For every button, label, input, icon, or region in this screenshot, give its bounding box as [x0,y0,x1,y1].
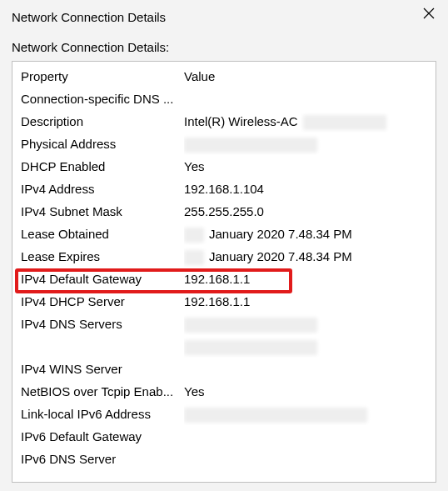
value-text: 255.255.255.0 [184,204,264,218]
value-cell [184,403,429,425]
details-subtitle: Network Connection Details: [0,33,448,58]
value-cell [184,133,429,155]
value-text: 192.168.1.1 [184,272,250,286]
redacted-segment [184,318,317,333]
property-cell: Description [19,110,184,133]
value-text: Yes [184,384,204,398]
property-cell: IPv4 WINS Server [19,358,184,380]
redacted-segment [184,250,204,265]
table-row: IPv6 Default Gateway [19,425,429,448]
value-cell: 255.255.255.0 [184,200,429,223]
table-row: NetBIOS over Tcpip Enab...Yes [19,380,429,403]
table-row: DescriptionIntel(R) Wireless-AC [19,110,429,133]
value-cell: January 2020 7.48.34 PM [184,223,429,245]
table-row: IPv4 Default Gateway192.168.1.1 [19,268,429,290]
property-cell: IPv4 Address [19,178,184,200]
property-cell: Link-local IPv6 Address [19,403,184,425]
property-cell: IPv6 Default Gateway [19,425,184,448]
table-row: IPv6 DNS Server [19,448,429,470]
table-row: IPv4 DHCP Server192.168.1.1 [19,290,429,313]
property-cell: IPv4 DNS Servers [19,313,184,335]
property-cell: Physical Address [19,133,184,155]
value-text: Yes [184,159,204,173]
value-text: 192.168.1.104 [184,182,264,196]
property-cell: IPv4 Subnet Mask [19,200,184,223]
property-cell: Lease Obtained [19,223,184,245]
column-header-property: Property [19,65,184,88]
table-row: Connection-specific DNS ... [19,88,429,110]
table-row: IPv4 Address192.168.1.104 [19,178,429,200]
value-text: January 2020 7.48.34 PM [209,249,352,263]
value-cell: Intel(R) Wireless-AC [184,110,429,133]
column-header-row: Property Value [19,65,429,88]
property-cell: Lease Expires [19,245,184,268]
table-row: Link-local IPv6 Address [19,403,429,425]
table-row: Lease ObtainedJanuary 2020 7.48.34 PM [19,223,429,245]
value-cell: 192.168.1.1 [184,268,429,290]
property-cell: IPv6 DNS Server [19,448,184,470]
table-row: IPv4 Subnet Mask255.255.255.0 [19,200,429,223]
close-icon [423,8,435,19]
table-row [19,335,429,358]
table-row: IPv4 WINS Server [19,358,429,380]
property-cell: IPv4 DHCP Server [19,290,184,313]
window-title: Network Connection Details [12,10,166,24]
redacted-segment [184,138,317,153]
value-text: January 2020 7.48.34 PM [209,227,352,241]
redacted-segment [184,228,204,243]
redacted-segment [303,115,386,130]
property-cell: DHCP Enabled [19,155,184,178]
details-panel: Property Value Connection-specific DNS .… [12,61,436,483]
value-text: Intel(R) Wireless-AC [184,114,298,128]
value-text: 192.168.1.1 [184,294,250,308]
property-cell: Connection-specific DNS ... [19,88,184,110]
value-cell [184,313,429,335]
titlebar: Network Connection Details [0,0,448,33]
value-cell: 192.168.1.1 [184,290,429,313]
redacted-segment [184,408,367,423]
close-button[interactable] [410,0,448,27]
property-cell: NetBIOS over Tcpip Enab... [19,380,184,403]
window: Network Connection Details Network Conne… [0,0,448,491]
value-cell: Yes [184,155,429,178]
redacted-segment [184,340,317,355]
column-header-value: Value [184,65,429,88]
property-cell: IPv4 Default Gateway [19,268,184,290]
value-cell [184,335,429,358]
table-row: Lease ExpiresJanuary 2020 7.48.34 PM [19,245,429,268]
value-cell: 192.168.1.104 [184,178,429,200]
table-row: IPv4 DNS Servers [19,313,429,335]
value-cell: Yes [184,380,429,403]
table-row: DHCP EnabledYes [19,155,429,178]
value-cell: January 2020 7.48.34 PM [184,245,429,268]
table-row: Physical Address [19,133,429,155]
